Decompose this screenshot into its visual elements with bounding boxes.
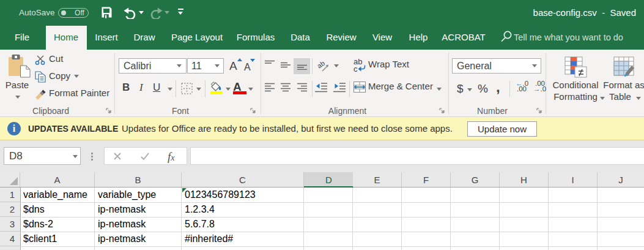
svg-text:c: c — [353, 64, 358, 73]
svg-text:ab: ab — [317, 59, 326, 70]
